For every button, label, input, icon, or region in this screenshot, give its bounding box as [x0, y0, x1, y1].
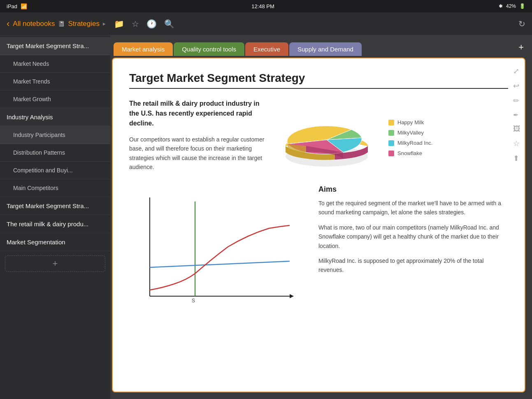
status-right: ✱ 42% 🔋 — [499, 3, 525, 9]
folder-icon[interactable]: 📁 — [114, 19, 124, 29]
legend-item-milkyroad: MilkyRoad Inc. — [388, 140, 432, 146]
sidebar-item-target-market-1[interactable]: Target Market Segment Stra... — [0, 37, 110, 55]
main-layout: Target Market Segment Stra... Market Nee… — [0, 35, 532, 399]
svg-text:S: S — [192, 298, 195, 304]
tabs-bar: Market analysis Quality control tools Ex… — [110, 35, 532, 56]
time-display: 12:48 PM — [251, 3, 274, 9]
add-tab-button[interactable]: + — [513, 40, 529, 54]
doc-headline: The retail milk & dairy product industry… — [129, 99, 269, 128]
status-left: iPad 📶 — [7, 3, 27, 9]
battery-icon: 🔋 — [519, 3, 525, 9]
star-toolbar-icon[interactable]: ☆ — [513, 139, 520, 148]
device-label: iPad — [7, 3, 17, 9]
document-wrapper: ⤢ ↩ ✏ ✒ 🖼 ☆ ⬆ Target Market Segment Stra… — [110, 56, 532, 399]
pen-icon[interactable]: ✏ — [513, 96, 520, 105]
content-area: Market analysis Quality control tools Ex… — [110, 35, 532, 399]
sidebar-item-distribution-patterns[interactable]: Distribution Patterns — [0, 144, 110, 162]
nav-strategies[interactable]: Strategies — [68, 20, 100, 28]
nav-all-notebooks[interactable]: All notebooks — [13, 20, 55, 28]
aims-paragraph-3: MilkyRoad Inc. is supposed to get approx… — [318, 256, 508, 275]
document-title: Target Market Segment Strategy — [129, 72, 508, 89]
legend-color-milkyroad — [388, 140, 394, 146]
nav-right: ↻ — [518, 19, 525, 29]
svg-marker-3 — [290, 294, 294, 298]
sync-icon[interactable]: ↻ — [518, 19, 525, 28]
undo-icon[interactable]: ↩ — [513, 81, 520, 90]
pie-chart — [281, 99, 380, 177]
sidebar: Target Market Segment Stra... Market Nee… — [0, 35, 110, 399]
sidebar-item-competition-buying[interactable]: Competition and Buyi... — [0, 162, 110, 179]
sidebar-item-market-needs[interactable]: Market Needs — [0, 55, 110, 73]
nav-bar: ‹ All notebooks 📓 Strategies ▸ 📁 ☆ 🕐 🔍 ↻ — [0, 12, 532, 35]
line-chart: S — [129, 185, 302, 321]
battery-label: 42% — [506, 3, 516, 9]
sidebar-item-main-competitors[interactable]: Main Competitors — [0, 179, 110, 197]
sidebar-item-target-market-2[interactable]: Target Market Segment Stra... — [0, 197, 110, 215]
line-chart-section: S — [129, 185, 306, 322]
nav-icons: 📁 ☆ 🕐 🔍 — [114, 19, 174, 29]
image-icon[interactable]: 🖼 — [513, 125, 520, 133]
legend-label-milkyvalley: MilkyValley — [397, 130, 424, 136]
sidebar-item-market-trends[interactable]: Market Trends — [0, 73, 110, 90]
legend-color-happy-milk — [388, 120, 394, 125]
sidebar-item-market-segmentation[interactable]: Market Segmentation — [0, 233, 110, 251]
pen-abc-icon[interactable]: ✒ — [513, 111, 520, 119]
sidebar-item-industry-analysis[interactable]: Industry Analysis — [0, 108, 110, 126]
legend-color-milkyvalley — [388, 130, 394, 136]
doc-text-section: The retail milk & dairy product industry… — [129, 99, 269, 177]
back-button[interactable]: ‹ — [7, 19, 9, 29]
doc-toolbar: ⤢ ↩ ✏ ✒ 🖼 ☆ ⬆ — [513, 67, 520, 163]
tab-market-analysis[interactable]: Market analysis — [114, 42, 173, 56]
legend-color-snowflake — [388, 151, 394, 156]
nav-left: ‹ All notebooks 📓 Strategies ▸ — [7, 19, 106, 29]
clock-icon[interactable]: 🕐 — [146, 19, 157, 29]
legend-label-milkyroad: MilkyRoad Inc. — [397, 140, 432, 146]
legend-item-snowflake: Snowflake — [388, 150, 432, 156]
aims-title: Aims — [318, 185, 508, 194]
legend-label-happy-milk: Happy Milk — [397, 119, 424, 125]
pie-legend: Happy Milk MilkyValley MilkyRoad Inc. — [388, 119, 432, 156]
nav-notebook-icon: 📓 — [58, 21, 65, 27]
sidebar-item-industry-participants[interactable]: Industry Participants — [0, 126, 110, 144]
sidebar-item-retail-milk[interactable]: The retail milk & dairy produ... — [0, 215, 110, 233]
tab-executive[interactable]: Executive — [245, 42, 288, 56]
add-note-button[interactable]: + — [5, 255, 105, 272]
share-icon[interactable]: ⬆ — [513, 154, 520, 163]
search-icon[interactable]: 🔍 — [164, 19, 174, 29]
legend-item-happy-milk: Happy Milk — [388, 119, 432, 125]
wifi-icon: 📶 — [21, 3, 27, 9]
aims-section: Aims To get the required segment of the … — [318, 185, 508, 322]
aims-paragraph-1: To get the required segment of the marke… — [318, 199, 508, 217]
expand-icon[interactable]: ⤢ — [513, 67, 520, 76]
aims-paragraph-2: What is more, two of our main competitor… — [318, 223, 508, 251]
sidebar-item-market-growth[interactable]: Market Growth — [0, 90, 110, 108]
tab-quality-control[interactable]: Quality control tools — [174, 42, 244, 56]
star-icon[interactable]: ☆ — [132, 19, 139, 29]
breadcrumb-arrow: ▸ — [103, 21, 106, 27]
legend-item-milkyvalley: MilkyValley — [388, 130, 432, 136]
legend-label-snowflake: Snowflake — [397, 150, 422, 156]
bluetooth-icon: ✱ — [499, 3, 503, 9]
doc-bottom: S Aims To get the required segment of th… — [129, 185, 508, 322]
doc-paragraph: Our competitors want to establish a regu… — [129, 135, 269, 172]
doc-body: The retail milk & dairy product industry… — [129, 99, 508, 177]
tab-supply-demand[interactable]: Supply and Demand — [289, 42, 362, 56]
chart-section: Happy Milk MilkyValley MilkyRoad Inc. — [281, 99, 432, 177]
status-bar: iPad 📶 12:48 PM ✱ 42% 🔋 — [0, 0, 532, 12]
document: ⤢ ↩ ✏ ✒ 🖼 ☆ ⬆ Target Market Segment Stra… — [112, 58, 525, 392]
